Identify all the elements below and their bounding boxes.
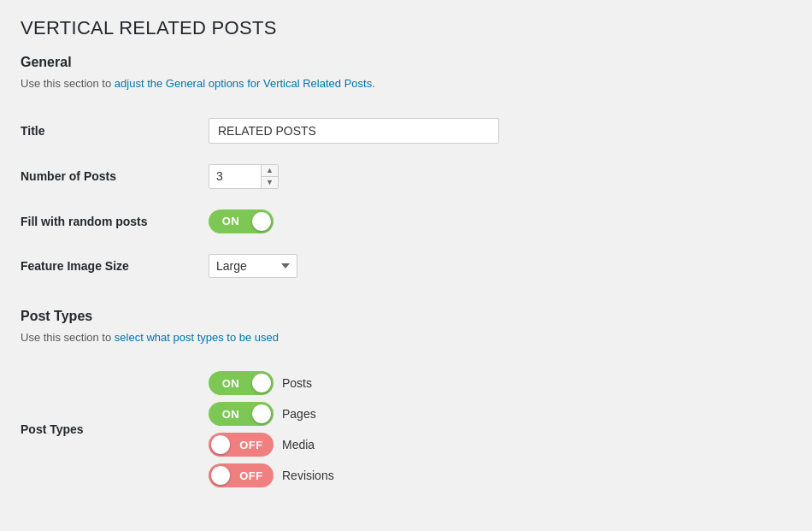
post-type-revisions-toggle[interactable]: OFF [209, 463, 274, 487]
fill-random-toggle[interactable]: ON [209, 209, 274, 233]
post-type-posts: ON Posts [209, 371, 791, 395]
title-input[interactable] [209, 118, 499, 144]
post-types-section-description: Use this section to select what post typ… [21, 329, 791, 346]
feature-image-label: Feature Image Size [21, 244, 209, 288]
general-settings-table: Title Number of Posts ▲ ▼ Fill with rand… [21, 108, 791, 288]
post-type-revisions-knob [211, 466, 230, 485]
post-type-revisions: OFF Revisions [209, 463, 791, 487]
num-posts-increment[interactable]: ▲ [262, 165, 278, 177]
post-types-settings-table: Post Types ON Posts [21, 361, 791, 498]
general-section-description: Use this section to adjust the General o… [21, 75, 791, 92]
fill-random-label: Fill with random posts [21, 199, 209, 244]
num-posts-label: Number of Posts [21, 154, 209, 199]
post-type-pages-track: ON [209, 402, 274, 426]
post-type-media-knob [211, 435, 230, 454]
fill-random-knob [252, 212, 271, 231]
post-type-revisions-track: OFF [209, 463, 274, 487]
post-type-media-toggle[interactable]: OFF [209, 433, 274, 457]
post-type-media: OFF Media [209, 433, 791, 457]
feature-image-row: Feature Image Size Thumbnail Medium Larg… [21, 244, 791, 288]
general-section-heading: General [21, 55, 791, 70]
post-type-pages-toggle[interactable]: ON [209, 402, 274, 426]
post-type-posts-track: ON [209, 371, 274, 395]
feature-image-select[interactable]: Thumbnail Medium Large Full [209, 254, 297, 278]
fill-random-row: Fill with random posts ON [21, 199, 791, 244]
post-types-section-heading: Post Types [21, 309, 791, 324]
post-type-pages-knob [252, 404, 271, 423]
post-types-list: ON Posts ON Pages [209, 371, 791, 487]
post-type-revisions-label: Revisions [282, 469, 334, 482]
post-type-media-track: OFF [209, 433, 274, 457]
title-label: Title [21, 108, 209, 154]
post-type-posts-knob [252, 374, 271, 392]
post-types-section-link[interactable]: select what post types to be used [115, 331, 279, 344]
post-type-posts-toggle[interactable]: ON [209, 371, 274, 395]
num-posts-row: Number of Posts ▲ ▼ [21, 154, 791, 199]
page-title: VERTICAL RELATED POSTS [21, 17, 791, 39]
post-type-pages: ON Pages [209, 402, 791, 426]
post-type-media-label: Media [282, 438, 315, 451]
general-section-link[interactable]: adjust the General options for Vertical … [115, 77, 372, 90]
post-types-row: Post Types ON Posts [21, 361, 791, 498]
num-posts-spinner: ▲ ▼ [209, 164, 279, 189]
num-posts-input[interactable] [209, 165, 261, 187]
post-types-label: Post Types [21, 361, 209, 498]
fill-random-track: ON [209, 209, 274, 233]
title-row: Title [21, 108, 791, 154]
post-type-pages-label: Pages [282, 407, 316, 421]
num-posts-decrement[interactable]: ▼ [262, 177, 278, 188]
post-type-posts-label: Posts [282, 376, 312, 390]
